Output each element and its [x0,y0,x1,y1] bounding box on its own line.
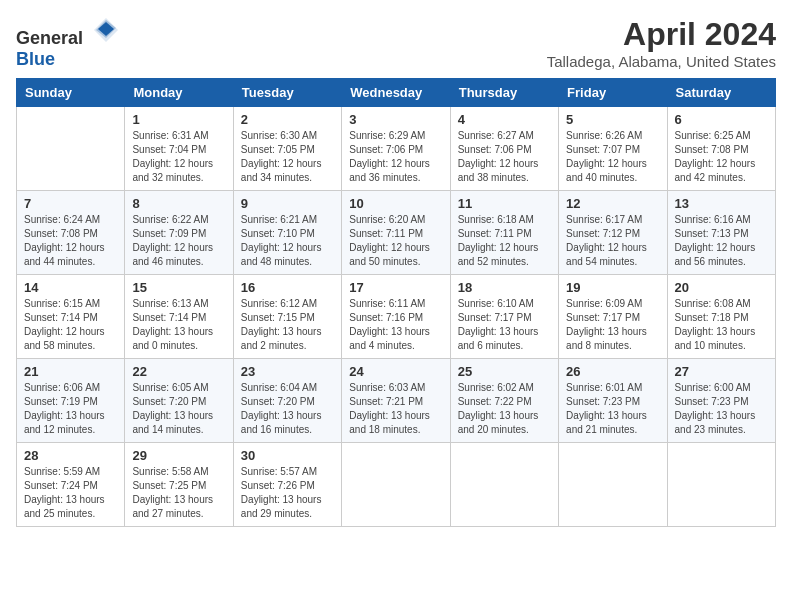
calendar-header-saturday: Saturday [667,79,775,107]
day-number: 10 [349,196,442,211]
calendar-cell: 27Sunrise: 6:00 AMSunset: 7:23 PMDayligh… [667,359,775,443]
calendar-cell: 29Sunrise: 5:58 AMSunset: 7:25 PMDayligh… [125,443,233,527]
calendar-cell [450,443,558,527]
logo: General Blue [16,16,120,70]
day-number: 29 [132,448,225,463]
calendar-cell: 5Sunrise: 6:26 AMSunset: 7:07 PMDaylight… [559,107,667,191]
day-number: 20 [675,280,768,295]
day-number: 22 [132,364,225,379]
calendar-header-thursday: Thursday [450,79,558,107]
day-number: 21 [24,364,117,379]
day-number: 9 [241,196,334,211]
title-area: April 2024 Talladega, Alabama, United St… [547,16,776,70]
calendar: SundayMondayTuesdayWednesdayThursdayFrid… [16,78,776,527]
calendar-week-2: 7Sunrise: 6:24 AMSunset: 7:08 PMDaylight… [17,191,776,275]
day-info: Sunrise: 6:06 AMSunset: 7:19 PMDaylight:… [24,381,117,437]
day-info: Sunrise: 6:12 AMSunset: 7:15 PMDaylight:… [241,297,334,353]
calendar-cell: 30Sunrise: 5:57 AMSunset: 7:26 PMDayligh… [233,443,341,527]
day-number: 28 [24,448,117,463]
day-info: Sunrise: 5:57 AMSunset: 7:26 PMDaylight:… [241,465,334,521]
day-number: 4 [458,112,551,127]
month-title: April 2024 [547,16,776,53]
day-info: Sunrise: 6:18 AMSunset: 7:11 PMDaylight:… [458,213,551,269]
day-number: 5 [566,112,659,127]
day-info: Sunrise: 6:04 AMSunset: 7:20 PMDaylight:… [241,381,334,437]
logo-blue: Blue [16,49,55,69]
calendar-cell: 22Sunrise: 6:05 AMSunset: 7:20 PMDayligh… [125,359,233,443]
day-number: 25 [458,364,551,379]
day-info: Sunrise: 6:29 AMSunset: 7:06 PMDaylight:… [349,129,442,185]
calendar-cell: 8Sunrise: 6:22 AMSunset: 7:09 PMDaylight… [125,191,233,275]
day-info: Sunrise: 6:22 AMSunset: 7:09 PMDaylight:… [132,213,225,269]
day-number: 11 [458,196,551,211]
calendar-cell: 4Sunrise: 6:27 AMSunset: 7:06 PMDaylight… [450,107,558,191]
calendar-cell: 2Sunrise: 6:30 AMSunset: 7:05 PMDaylight… [233,107,341,191]
day-info: Sunrise: 6:09 AMSunset: 7:17 PMDaylight:… [566,297,659,353]
calendar-cell: 9Sunrise: 6:21 AMSunset: 7:10 PMDaylight… [233,191,341,275]
calendar-cell: 6Sunrise: 6:25 AMSunset: 7:08 PMDaylight… [667,107,775,191]
calendar-cell: 28Sunrise: 5:59 AMSunset: 7:24 PMDayligh… [17,443,125,527]
day-info: Sunrise: 6:03 AMSunset: 7:21 PMDaylight:… [349,381,442,437]
day-info: Sunrise: 6:11 AMSunset: 7:16 PMDaylight:… [349,297,442,353]
calendar-cell: 26Sunrise: 6:01 AMSunset: 7:23 PMDayligh… [559,359,667,443]
day-info: Sunrise: 6:10 AMSunset: 7:17 PMDaylight:… [458,297,551,353]
day-number: 7 [24,196,117,211]
calendar-cell: 10Sunrise: 6:20 AMSunset: 7:11 PMDayligh… [342,191,450,275]
day-info: Sunrise: 6:31 AMSunset: 7:04 PMDaylight:… [132,129,225,185]
day-info: Sunrise: 5:59 AMSunset: 7:24 PMDaylight:… [24,465,117,521]
day-number: 13 [675,196,768,211]
calendar-cell: 25Sunrise: 6:02 AMSunset: 7:22 PMDayligh… [450,359,558,443]
calendar-week-5: 28Sunrise: 5:59 AMSunset: 7:24 PMDayligh… [17,443,776,527]
day-info: Sunrise: 5:58 AMSunset: 7:25 PMDaylight:… [132,465,225,521]
day-info: Sunrise: 6:26 AMSunset: 7:07 PMDaylight:… [566,129,659,185]
calendar-cell: 15Sunrise: 6:13 AMSunset: 7:14 PMDayligh… [125,275,233,359]
day-number: 30 [241,448,334,463]
day-number: 16 [241,280,334,295]
day-number: 26 [566,364,659,379]
day-number: 3 [349,112,442,127]
day-number: 24 [349,364,442,379]
calendar-header-tuesday: Tuesday [233,79,341,107]
calendar-cell: 7Sunrise: 6:24 AMSunset: 7:08 PMDaylight… [17,191,125,275]
logo-icon [92,16,120,44]
calendar-cell: 18Sunrise: 6:10 AMSunset: 7:17 PMDayligh… [450,275,558,359]
day-number: 8 [132,196,225,211]
day-info: Sunrise: 6:21 AMSunset: 7:10 PMDaylight:… [241,213,334,269]
calendar-cell: 17Sunrise: 6:11 AMSunset: 7:16 PMDayligh… [342,275,450,359]
day-info: Sunrise: 6:13 AMSunset: 7:14 PMDaylight:… [132,297,225,353]
day-info: Sunrise: 6:27 AMSunset: 7:06 PMDaylight:… [458,129,551,185]
day-number: 19 [566,280,659,295]
day-info: Sunrise: 6:00 AMSunset: 7:23 PMDaylight:… [675,381,768,437]
day-info: Sunrise: 6:25 AMSunset: 7:08 PMDaylight:… [675,129,768,185]
day-info: Sunrise: 6:01 AMSunset: 7:23 PMDaylight:… [566,381,659,437]
calendar-cell: 20Sunrise: 6:08 AMSunset: 7:18 PMDayligh… [667,275,775,359]
day-info: Sunrise: 6:30 AMSunset: 7:05 PMDaylight:… [241,129,334,185]
calendar-week-4: 21Sunrise: 6:06 AMSunset: 7:19 PMDayligh… [17,359,776,443]
day-number: 23 [241,364,334,379]
day-info: Sunrise: 6:17 AMSunset: 7:12 PMDaylight:… [566,213,659,269]
calendar-header-wednesday: Wednesday [342,79,450,107]
day-number: 15 [132,280,225,295]
day-number: 12 [566,196,659,211]
day-info: Sunrise: 6:02 AMSunset: 7:22 PMDaylight:… [458,381,551,437]
logo-general: General [16,28,83,48]
calendar-cell: 23Sunrise: 6:04 AMSunset: 7:20 PMDayligh… [233,359,341,443]
calendar-cell: 11Sunrise: 6:18 AMSunset: 7:11 PMDayligh… [450,191,558,275]
calendar-header-monday: Monday [125,79,233,107]
day-info: Sunrise: 6:20 AMSunset: 7:11 PMDaylight:… [349,213,442,269]
day-number: 14 [24,280,117,295]
day-number: 18 [458,280,551,295]
calendar-cell: 3Sunrise: 6:29 AMSunset: 7:06 PMDaylight… [342,107,450,191]
day-number: 27 [675,364,768,379]
calendar-header-row: SundayMondayTuesdayWednesdayThursdayFrid… [17,79,776,107]
calendar-week-1: 1Sunrise: 6:31 AMSunset: 7:04 PMDaylight… [17,107,776,191]
calendar-cell [342,443,450,527]
day-number: 1 [132,112,225,127]
day-info: Sunrise: 6:15 AMSunset: 7:14 PMDaylight:… [24,297,117,353]
day-info: Sunrise: 6:08 AMSunset: 7:18 PMDaylight:… [675,297,768,353]
calendar-cell: 24Sunrise: 6:03 AMSunset: 7:21 PMDayligh… [342,359,450,443]
calendar-cell: 14Sunrise: 6:15 AMSunset: 7:14 PMDayligh… [17,275,125,359]
calendar-cell [17,107,125,191]
calendar-cell [559,443,667,527]
day-info: Sunrise: 6:05 AMSunset: 7:20 PMDaylight:… [132,381,225,437]
